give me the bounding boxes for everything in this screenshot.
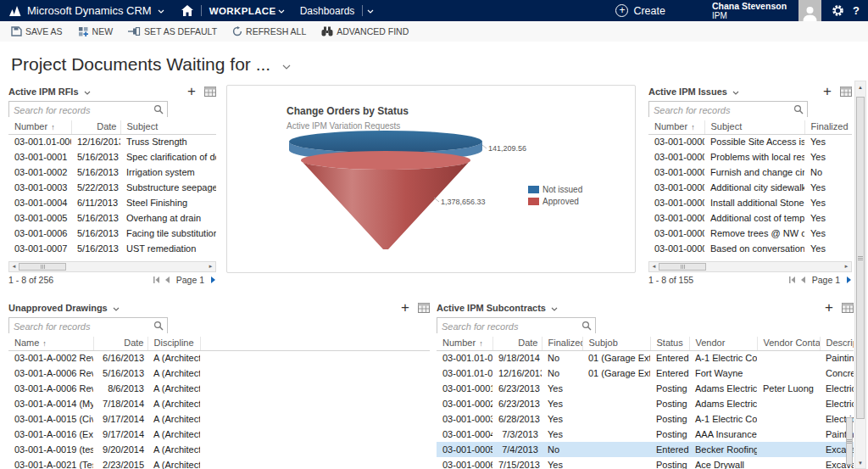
workplace-chevron-icon[interactable]: [278, 9, 285, 14]
column-header[interactable]: Vendor: [689, 337, 757, 350]
table-row[interactable]: 03-001.01-000112/16/2013Truss Strength: [8, 134, 216, 149]
table-row[interactable]: 03-001-00035/22/2013Substructure seepage…: [8, 180, 216, 195]
add-record-button[interactable]: +: [825, 302, 833, 314]
scroll-right-arrow-icon[interactable]: ►: [842, 262, 851, 271]
advanced-find-button[interactable]: ADVANCED FIND: [321, 26, 409, 36]
table-row[interactable]: 03-001-00065/16/2013Facing tile substitu…: [8, 226, 216, 241]
avatar[interactable]: [798, 0, 821, 21]
scrollbar-thumb[interactable]: [19, 263, 66, 271]
column-header[interactable]: Finalized: [804, 120, 852, 134]
table-row[interactable]: 03-001-A-0021 (Test Ar...2/23/2015A (Arc…: [8, 457, 430, 469]
search-icon[interactable]: [581, 321, 592, 331]
table-row[interactable]: 03-001-000006Additional cost of temporar…: [648, 210, 852, 226]
search-icon[interactable]: [793, 104, 804, 114]
table-row[interactable]: 03-001-00026/23/2013YesPosting P...Adams…: [437, 396, 854, 411]
title-chevron-icon[interactable]: [282, 64, 291, 70]
brand-title[interactable]: Microsoft Dynamics CRM: [27, 4, 152, 17]
create-button[interactable]: + Create: [615, 4, 665, 17]
table-row[interactable]: 03-001-000005Install additional Stone to…: [648, 195, 852, 210]
search-input[interactable]: [437, 320, 595, 334]
table-row[interactable]: 03-001-00047/3/2013YesPosting P...AAA In…: [437, 427, 854, 442]
column-header[interactable]: Finalized: [542, 337, 582, 350]
column-header[interactable]: Date: [93, 337, 147, 350]
table-row[interactable]: 03-001-000001Possible Site Access issues…: [648, 134, 852, 149]
column-header[interactable]: Name↑: [8, 337, 93, 350]
scroll-left-arrow-icon[interactable]: ◄: [649, 262, 659, 271]
previous-page-icon[interactable]: [800, 276, 806, 283]
table-row[interactable]: 03-001-00055/16/2013Overhang at drain: [8, 210, 216, 226]
add-record-button[interactable]: +: [187, 86, 196, 98]
panel-title[interactable]: Active IPM Subcontracts: [437, 303, 546, 313]
brand-chevron-icon[interactable]: [158, 9, 164, 14]
scrollbar-thumb[interactable]: [856, 97, 865, 419]
column-header[interactable]: Vendor Contact: [757, 337, 820, 350]
search-input[interactable]: [9, 103, 167, 118]
table-row[interactable]: 03-001-00015/16/2013Spec clarification o…: [8, 149, 216, 165]
add-record-button[interactable]: +: [401, 302, 409, 314]
table-row[interactable]: 03-001-A-0002 Revision...6/16/2013A (Arc…: [8, 350, 430, 366]
page-vertical-scrollbar[interactable]: ▲ ▼: [854, 81, 866, 469]
table-row[interactable]: 03-001-00036/28/2013YesPosting P...A-1 E…: [437, 411, 854, 427]
table-row[interactable]: 03-001-00046/11/2013Steel Finishing: [8, 195, 216, 210]
scroll-up-arrow-icon[interactable]: ▲: [855, 81, 865, 92]
table-row[interactable]: 03-001-00025/16/2013Irrigation system: [8, 165, 216, 180]
column-header[interactable]: Status: [650, 337, 689, 350]
column-header[interactable]: Subject: [704, 120, 804, 134]
gear-icon[interactable]: [832, 4, 844, 17]
table-row[interactable]: 03-001-000007Remove trees @ NW corner fo…: [648, 226, 852, 241]
column-header[interactable]: Date: [492, 337, 542, 350]
column-header[interactable]: Subjob: [582, 337, 650, 350]
next-page-icon[interactable]: [210, 276, 216, 283]
first-page-icon[interactable]: [788, 276, 796, 283]
table-row[interactable]: 03-001-00075/16/2013UST remediation: [8, 241, 216, 256]
search-icon[interactable]: [153, 104, 164, 114]
table-row[interactable]: 03-001-00016/23/2013YesPosting P...Adams…: [437, 381, 854, 396]
table-row[interactable]: 03-001-000004Additional city sidewalks w…: [648, 180, 852, 195]
scroll-down-arrow-icon[interactable]: ▼: [855, 457, 865, 468]
panel-chevron-icon[interactable]: [84, 91, 91, 95]
open-grid-icon[interactable]: [204, 87, 216, 97]
horizontal-scrollbar[interactable]: ◄ ►: [648, 261, 852, 272]
home-icon[interactable]: [181, 5, 193, 16]
column-header[interactable]: Number↑: [648, 120, 704, 134]
table-row[interactable]: 03-001-00067/15/2013YesPosting P...Ace D…: [437, 457, 854, 469]
set-as-default-button[interactable]: SET AS DEFAULT: [128, 26, 217, 36]
panel-chevron-icon[interactable]: [551, 307, 558, 311]
open-grid-icon[interactable]: [418, 303, 430, 313]
table-row[interactable]: 03-001-000008Based on conversation with …: [648, 241, 852, 256]
scrollbar-thumb[interactable]: [659, 263, 706, 271]
panel-chevron-icon[interactable]: [732, 91, 739, 95]
next-page-icon[interactable]: [846, 276, 852, 283]
panel-chevron-icon[interactable]: [113, 307, 120, 311]
column-header[interactable]: Number↑: [8, 120, 71, 134]
open-grid-icon[interactable]: [840, 87, 852, 97]
search-icon[interactable]: [153, 321, 164, 331]
table-row[interactable]: 03-001-000002Problems with local residen…: [648, 149, 852, 165]
search-input[interactable]: [649, 103, 807, 118]
open-grid-icon[interactable]: [842, 303, 854, 313]
column-header[interactable]: Date: [71, 120, 120, 134]
column-header[interactable]: Discipline: [147, 337, 200, 350]
table-row[interactable]: 03-001-000003Furnish and change circuit …: [648, 165, 852, 180]
table-row[interactable]: 03-001-A-0006 Revision...5/16/2013A (Arc…: [8, 366, 430, 381]
table-row[interactable]: 03-001-A-0019 (testing ...9/20/2014A (Ar…: [8, 442, 430, 457]
panel-vertical-scrollbar[interactable]: [845, 345, 854, 469]
panel-title[interactable]: Unapproved Drawings: [8, 303, 108, 313]
table-row[interactable]: 03-001.01-0003S9/18/2014No01 (Garage Ext…: [437, 350, 854, 366]
refresh-all-button[interactable]: REFRESH ALL: [232, 26, 306, 36]
table-row[interactable]: 03-001-A-0014 (My Doc)7/18/2014A (Archit…: [8, 396, 430, 411]
new-button[interactable]: NEW: [78, 26, 114, 36]
nav-dashboards[interactable]: Dashboards: [300, 5, 355, 17]
horizontal-scrollbar[interactable]: ◄ ►: [8, 261, 216, 272]
table-row[interactable]: 03-001-A-0016 (Excel)9/17/2014A (Archite…: [8, 427, 430, 442]
table-row[interactable]: 03-001-A-0006 Revision...8/6/2013A (Arch…: [8, 381, 430, 396]
save-as-button[interactable]: SAVE AS: [11, 26, 63, 36]
panel-title[interactable]: Active IPM RFIs: [8, 87, 79, 97]
scrollbar-thumb[interactable]: [846, 417, 853, 465]
user-menu[interactable]: Chana Stevenson IPM: [712, 2, 787, 20]
add-record-button[interactable]: +: [823, 86, 832, 98]
scroll-left-arrow-icon[interactable]: ◄: [9, 262, 19, 271]
dashboards-chevron-icon[interactable]: [367, 9, 374, 14]
table-row[interactable]: 03-001.01-00112/16/2013No01 (Garage Exte…: [437, 366, 854, 381]
column-header[interactable]: Number↑: [437, 337, 492, 350]
